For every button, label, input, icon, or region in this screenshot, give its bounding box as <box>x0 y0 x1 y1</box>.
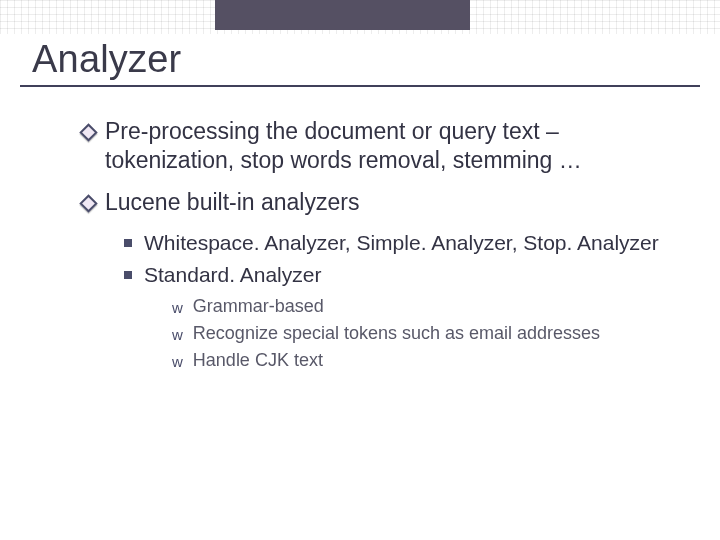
bullet-level1: Lucene built-in analyzers <box>82 188 680 217</box>
bullet-level3: w Handle CJK text <box>172 349 680 372</box>
slide-content: Pre-processing the document or query tex… <box>20 87 700 372</box>
slide-body: Analyzer Pre-processing the document or … <box>20 30 700 520</box>
bullet-text: Standard. Analyzer <box>144 261 321 289</box>
sublist: Whitespace. Analyzer, Simple. Analyzer, … <box>82 229 680 372</box>
bullet-text: Recognize special tokens such as email a… <box>193 322 600 345</box>
bullet-text: Pre-processing the document or query tex… <box>105 117 680 176</box>
bullet-level3: w Grammar-based <box>172 295 680 318</box>
sub-sublist: w Grammar-based w Recognize special toke… <box>124 295 680 372</box>
bullet-level1: Pre-processing the document or query tex… <box>82 117 680 176</box>
header-accent-block <box>215 0 470 30</box>
bullet-text: Lucene built-in analyzers <box>105 188 359 217</box>
bullet-level2: Standard. Analyzer <box>124 261 680 289</box>
diamond-bullet-icon <box>82 197 95 210</box>
bullet-level3: w Recognize special tokens such as email… <box>172 322 680 345</box>
square-bullet-icon <box>124 239 132 247</box>
bullet-text: Handle CJK text <box>193 349 323 372</box>
w-bullet-icon: w <box>172 327 183 342</box>
bullet-text: Whitespace. Analyzer, Simple. Analyzer, … <box>144 229 659 257</box>
bullet-level2: Whitespace. Analyzer, Simple. Analyzer, … <box>124 229 680 257</box>
slide-title: Analyzer <box>20 30 700 87</box>
header-strip <box>0 0 720 34</box>
square-bullet-icon <box>124 271 132 279</box>
w-bullet-icon: w <box>172 300 183 315</box>
diamond-bullet-icon <box>82 126 95 139</box>
w-bullet-icon: w <box>172 354 183 369</box>
bullet-text: Grammar-based <box>193 295 324 318</box>
